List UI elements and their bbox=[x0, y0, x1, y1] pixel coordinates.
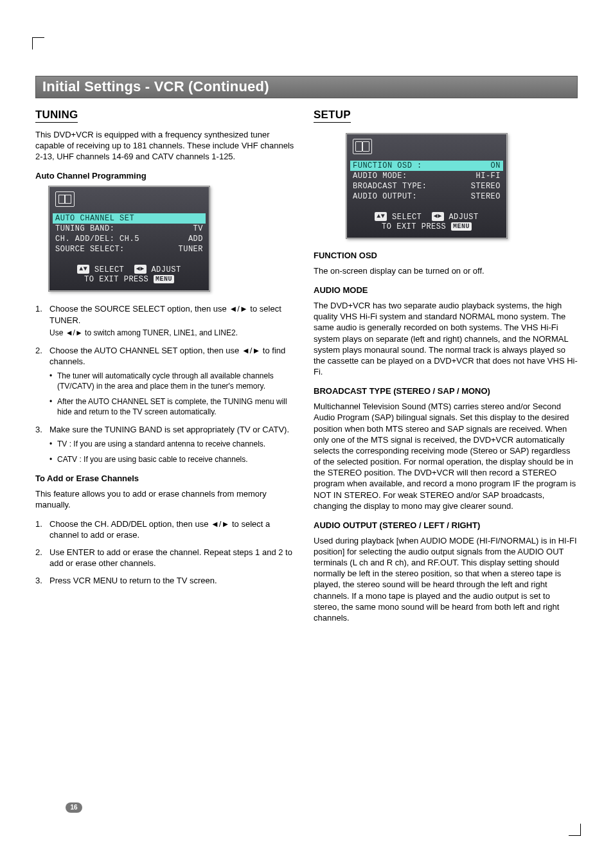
title-bar: Initial Settings - VCR (Continued) bbox=[35, 76, 578, 98]
osd-value: ADD bbox=[188, 235, 203, 244]
heading-tuning: TUNING bbox=[35, 109, 78, 123]
text-broadcast-type: Multichannel Television Sound (MTS) carr… bbox=[314, 401, 578, 511]
step-text: Choose the AUTO CHANNEL SET option, then… bbox=[49, 346, 285, 366]
up-down-icon: ▲▼ bbox=[77, 265, 89, 274]
osd-value: STEREO bbox=[471, 182, 501, 191]
text-audio-mode: The DVD+VCR has two separate audio playb… bbox=[314, 300, 578, 377]
sub-auto-channel: Auto Channel Programming bbox=[35, 171, 299, 181]
osd-foot-select: SELECT bbox=[94, 265, 124, 274]
osd-label: AUDIO MODE: bbox=[353, 172, 407, 181]
tuning-intro: This DVD+VCR is equipped with a frequenc… bbox=[35, 129, 299, 162]
osd-row-audio-output: AUDIO OUTPUT:STEREO bbox=[353, 191, 501, 202]
step-text: Use ENTER to add or erase the channel. R… bbox=[49, 547, 292, 568]
osd-tuning: AUTO CHANNEL SET TUNING BAND:TV CH. ADD/… bbox=[48, 186, 210, 292]
osd-label: BROADCAST TYPE: bbox=[353, 182, 427, 191]
left-right-icon: ◄► bbox=[432, 212, 444, 221]
steps-add-erase: 1.Choose the CH. ADD/DEL option, then us… bbox=[35, 518, 299, 587]
step-text: Make sure the TUNING BAND is set appropr… bbox=[49, 425, 289, 434]
add-erase-intro: This feature allows you to add or erase … bbox=[35, 488, 299, 510]
osd-foot-adjust: ADJUST bbox=[449, 213, 478, 222]
crop-mark-br bbox=[569, 824, 581, 836]
osd-row-function-osd: FUNCTION OSD :ON bbox=[350, 161, 503, 171]
osd-label: CH. ADD/DEL: CH.5 bbox=[55, 235, 139, 244]
menu-pill: MENU bbox=[154, 275, 174, 283]
crop-mark-tl bbox=[32, 37, 44, 49]
sub-add-erase: To Add or Erase Channels bbox=[35, 474, 299, 483]
step-note: Use ◄/► to switch among TUNER, LINE1, an… bbox=[49, 328, 299, 339]
list-item: CATV : If you are using basic cable to r… bbox=[49, 454, 299, 465]
osd-row-audio-mode: AUDIO MODE:HI-FI bbox=[353, 171, 501, 181]
list-item: After the AUTO CHANNEL SET is complete, … bbox=[49, 396, 299, 417]
sub-function-osd: FUNCTION OSD bbox=[314, 251, 578, 260]
osd-value: STEREO bbox=[471, 192, 501, 201]
osd-foot-adjust: ADJUST bbox=[151, 265, 181, 274]
osd-row-broadcast-type: BROADCAST TYPE:STEREO bbox=[353, 181, 501, 191]
list-item: 2.Choose the AUTO CHANNEL SET option, th… bbox=[35, 345, 299, 418]
osd-foot-exit: TO EXIT PRESS bbox=[382, 222, 446, 231]
steps-auto-channel: 1.Choose the SOURCE SELECT option, then … bbox=[35, 303, 299, 465]
osd-foot-exit: TO EXIT PRESS bbox=[84, 275, 148, 284]
list-item: The tuner will automatically cycle throu… bbox=[49, 371, 299, 391]
osd-foot-select: SELECT bbox=[392, 213, 422, 222]
osd-value: TUNER bbox=[178, 245, 203, 254]
menu-pill: MENU bbox=[451, 222, 472, 231]
step-text: Press VCR MENU to return to the TV scree… bbox=[49, 576, 217, 585]
osd-row-auto-channel-set: AUTO CHANNEL SET bbox=[53, 213, 206, 224]
list-item: 3.Press VCR MENU to return to the TV scr… bbox=[35, 575, 299, 586]
page-title: Initial Settings - VCR (Continued) bbox=[42, 78, 571, 95]
osd-footer: ▲▼ SELECT ◄► ADJUST TO EXIT PRESS MENU bbox=[353, 212, 501, 231]
osd-value: HI-FI bbox=[475, 172, 501, 181]
osd-value: TV bbox=[193, 224, 203, 233]
osd-row-ch-add-del: CH. ADD/DEL: CH.5ADD bbox=[55, 234, 203, 244]
sub-broadcast-type: BROADCAST TYPE (STEREO / SAP / MONO) bbox=[314, 386, 578, 396]
osd-label: SOURCE SELECT: bbox=[55, 245, 125, 254]
text-function-osd: The on-screen display can be turned on o… bbox=[314, 265, 578, 276]
sub-audio-mode: AUDIO MODE bbox=[314, 285, 578, 295]
up-down-icon: ▲▼ bbox=[375, 212, 387, 221]
step-text: Choose the SOURCE SELECT option, then us… bbox=[49, 304, 281, 324]
sub-audio-output: AUDIO OUTPUT (STEREO / LEFT / RIGHT) bbox=[314, 520, 578, 530]
osd-tuning-icon bbox=[55, 191, 75, 207]
osd-setup: FUNCTION OSD :ON AUDIO MODE:HI-FI BROADC… bbox=[346, 133, 508, 239]
osd-row-tuning-band: TUNING BAND:TV bbox=[55, 224, 203, 234]
list-item: 3.Make sure the TUNING BAND is set appro… bbox=[35, 424, 299, 465]
list-item: 1.Choose the SOURCE SELECT option, then … bbox=[35, 303, 299, 338]
osd-row-source-select: SOURCE SELECT:TUNER bbox=[55, 244, 203, 254]
osd-setup-icon bbox=[353, 139, 372, 154]
osd-label: AUDIO OUTPUT: bbox=[353, 192, 417, 201]
list-item: 1.Choose the CH. ADD/DEL option, then us… bbox=[35, 518, 299, 540]
step-text: Choose the CH. ADD/DEL option, then use … bbox=[49, 519, 270, 540]
list-item: 2.Use ENTER to add or erase the channel.… bbox=[35, 547, 299, 569]
osd-label: FUNCTION OSD : bbox=[353, 161, 422, 170]
osd-label: AUTO CHANNEL SET bbox=[55, 214, 134, 223]
heading-setup: SETUP bbox=[314, 109, 351, 123]
left-right-icon: ◄► bbox=[134, 265, 147, 274]
osd-value: ON bbox=[491, 161, 501, 170]
list-item: TV : If you are using a standard antenna… bbox=[49, 439, 299, 449]
osd-footer: ▲▼ SELECT ◄► ADJUST TO EXIT PRESS MENU bbox=[55, 265, 203, 284]
text-audio-output: Used during playback [when AUDIO MODE (H… bbox=[314, 535, 578, 623]
osd-label: TUNING BAND: bbox=[55, 224, 114, 233]
page-number: 16 bbox=[66, 802, 82, 813]
